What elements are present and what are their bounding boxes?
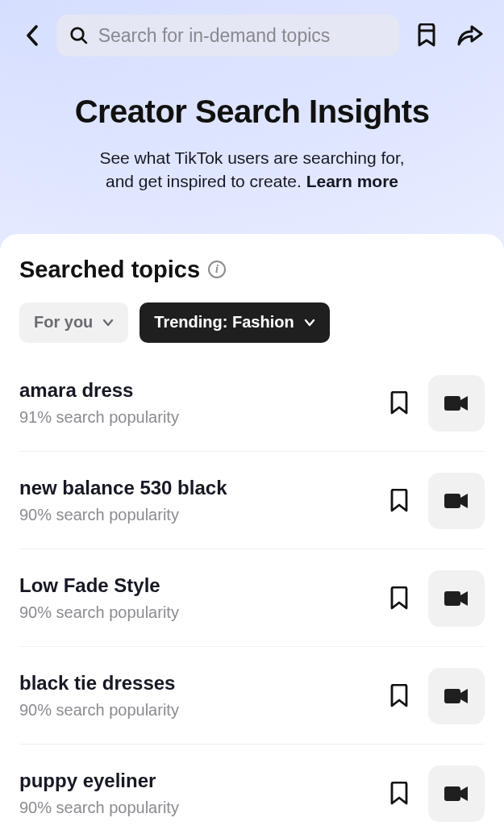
topic-row[interactable]: amara dress 91% search popularity xyxy=(19,354,485,452)
bookmark-icon xyxy=(389,391,409,415)
topic-info: Low Fade Style 90% search popularity xyxy=(19,574,370,622)
page-title: Creator Search Insights xyxy=(24,94,480,130)
share-icon xyxy=(457,24,483,47)
video-icon xyxy=(444,394,469,412)
bookmark-button[interactable] xyxy=(381,483,417,519)
section-title: Searched topics xyxy=(19,257,200,283)
topic-title: new balance 530 black xyxy=(19,477,370,499)
subtitle-line-1: See what TikTok users are searching for, xyxy=(99,148,404,167)
create-video-button[interactable] xyxy=(428,570,485,627)
svg-rect-5 xyxy=(444,786,460,801)
bookmark-button[interactable] xyxy=(381,581,417,616)
topic-subtitle: 90% search popularity xyxy=(19,799,370,817)
video-icon xyxy=(444,590,469,607)
topic-row[interactable]: black tie dresses 90% search popularity xyxy=(19,647,485,745)
topic-subtitle: 91% search popularity xyxy=(19,408,370,427)
subtitle-line-2: and get inspired to create. xyxy=(106,172,306,190)
search-input[interactable] xyxy=(98,25,386,47)
topic-row[interactable]: puppy eyeliner 90% search popularity xyxy=(19,745,485,826)
filter-trending[interactable]: Trending: Fashion xyxy=(140,302,329,343)
video-icon xyxy=(444,492,469,510)
chevron-down-icon xyxy=(304,317,315,328)
topic-title: puppy eyeliner xyxy=(19,770,370,792)
bookmark-button[interactable] xyxy=(381,776,417,811)
topics-card: Searched topics i For you Trending: Fash… xyxy=(0,234,504,826)
svg-rect-4 xyxy=(444,689,460,703)
bookmark-button[interactable] xyxy=(381,386,417,421)
topic-info: puppy eyeliner 90% search popularity xyxy=(19,770,370,817)
svg-rect-3 xyxy=(444,591,460,606)
top-bar xyxy=(0,0,504,65)
bookmark-button[interactable] xyxy=(381,678,417,714)
topic-subtitle: 90% search popularity xyxy=(19,701,370,720)
page-subtitle: See what TikTok users are searching for,… xyxy=(24,146,480,194)
search-box[interactable] xyxy=(56,15,399,56)
bookmark-icon xyxy=(389,586,409,611)
bookmark-icon xyxy=(389,782,409,806)
create-video-button[interactable] xyxy=(428,375,485,432)
filter-trending-label: Trending: Fashion xyxy=(154,313,294,332)
bookmarks-button[interactable] xyxy=(410,19,443,52)
video-icon xyxy=(444,785,469,803)
chevron-down-icon xyxy=(102,317,114,328)
topic-title: amara dress xyxy=(19,379,370,402)
section-header: Searched topics i xyxy=(19,257,485,283)
topic-subtitle: 90% search popularity xyxy=(19,603,370,622)
topic-row[interactable]: Low Fade Style 90% search popularity xyxy=(19,549,485,647)
back-icon xyxy=(25,24,39,47)
bookmark-icon xyxy=(389,489,409,513)
bookmark-ribbon-icon xyxy=(415,23,438,48)
topic-info: black tie dresses 90% search popularity xyxy=(19,672,370,720)
topic-info: amara dress 91% search popularity xyxy=(19,379,370,427)
search-icon xyxy=(69,25,89,46)
hero: Creator Search Insights See what TikTok … xyxy=(0,65,504,231)
video-icon xyxy=(444,687,469,705)
filter-for-you-label: For you xyxy=(34,313,93,332)
create-video-button[interactable] xyxy=(428,766,485,822)
share-button[interactable] xyxy=(454,19,486,52)
svg-rect-1 xyxy=(444,396,460,411)
bookmark-icon xyxy=(389,684,409,708)
back-button[interactable] xyxy=(18,19,45,52)
topic-row[interactable]: new balance 530 black 90% search popular… xyxy=(19,452,485,549)
create-video-button[interactable] xyxy=(428,668,485,724)
topic-subtitle: 90% search popularity xyxy=(19,506,370,524)
create-video-button[interactable] xyxy=(428,473,485,529)
topic-list: amara dress 91% search popularity new ba… xyxy=(19,354,485,826)
topic-info: new balance 530 black 90% search popular… xyxy=(19,477,370,524)
filter-chips: For you Trending: Fashion xyxy=(19,302,485,343)
learn-more-link[interactable]: Learn more xyxy=(306,172,398,190)
filter-for-you[interactable]: For you xyxy=(19,302,128,343)
info-icon[interactable]: i xyxy=(208,261,226,278)
topic-title: black tie dresses xyxy=(19,672,370,695)
topic-title: Low Fade Style xyxy=(19,574,370,597)
svg-rect-2 xyxy=(444,494,460,508)
